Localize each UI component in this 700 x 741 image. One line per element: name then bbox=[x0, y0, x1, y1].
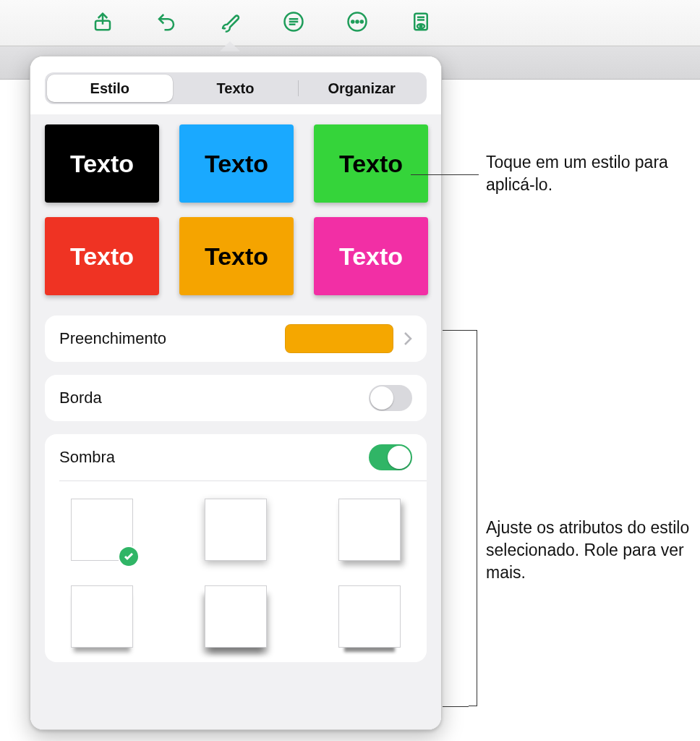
border-row: Borda bbox=[59, 375, 412, 421]
shadow-presets-grid bbox=[59, 481, 412, 648]
callout-line bbox=[411, 174, 479, 175]
top-toolbar bbox=[0, 0, 700, 46]
shadow-preset-2[interactable] bbox=[205, 499, 267, 561]
border-toggle[interactable] bbox=[369, 385, 412, 411]
callout-apply-style: Toque em um estilo para aplicá-lo. bbox=[486, 151, 688, 196]
inspector-tabs-wrap: Estilo Texto Organizar bbox=[30, 56, 441, 114]
format-button[interactable] bbox=[214, 7, 246, 39]
tab-text-label: Texto bbox=[217, 80, 255, 97]
selected-check-icon bbox=[118, 546, 140, 567]
style-panel-body[interactable]: Texto Texto Texto Texto Texto Texto Pree… bbox=[30, 114, 441, 729]
toggle-knob bbox=[370, 386, 393, 410]
callout-line bbox=[443, 706, 469, 707]
style-thumb-label: Texto bbox=[70, 150, 134, 178]
fill-color-swatch[interactable] bbox=[285, 324, 393, 353]
callout-bracket bbox=[469, 330, 477, 706]
style-thumb-label: Texto bbox=[339, 242, 403, 271]
border-card: Borda bbox=[45, 375, 427, 421]
border-label: Borda bbox=[59, 389, 369, 407]
svg-point-5 bbox=[361, 20, 363, 22]
more-icon bbox=[346, 11, 368, 35]
style-thumb-label: Texto bbox=[70, 242, 134, 271]
chevron-right-icon bbox=[404, 331, 412, 346]
shadow-label: Sombra bbox=[59, 448, 369, 467]
svg-point-3 bbox=[351, 20, 354, 22]
svg-point-4 bbox=[357, 20, 359, 22]
tab-style[interactable]: Estilo bbox=[47, 75, 173, 102]
shadow-toggle[interactable] bbox=[369, 444, 412, 470]
tab-arrange-label: Organizar bbox=[328, 80, 396, 97]
share-icon bbox=[92, 11, 114, 35]
style-preset-blue[interactable]: Texto bbox=[179, 124, 294, 203]
toggle-knob bbox=[388, 446, 411, 469]
svg-point-8 bbox=[420, 25, 422, 27]
shadow-card: Sombra bbox=[45, 434, 427, 662]
style-presets-grid: Texto Texto Texto Texto Texto Texto bbox=[45, 124, 427, 295]
paragraph-button[interactable] bbox=[278, 7, 310, 39]
callout-adjust-attrs: Ajuste os atributos do estilo selecionad… bbox=[486, 517, 696, 584]
document-eye-icon bbox=[410, 11, 432, 35]
undo-icon bbox=[155, 11, 177, 35]
format-inspector-popover: Estilo Texto Organizar Texto Texto Texto bbox=[30, 56, 442, 730]
popover-arrow bbox=[220, 41, 240, 51]
fill-card: Preenchimento bbox=[45, 316, 427, 362]
shadow-preset-5[interactable] bbox=[205, 585, 267, 648]
presenter-notes-button[interactable] bbox=[405, 7, 437, 39]
share-button[interactable] bbox=[87, 7, 119, 39]
shadow-preset-1[interactable] bbox=[71, 499, 133, 561]
callout-line bbox=[443, 330, 469, 331]
tab-style-label: Estilo bbox=[90, 80, 129, 97]
style-thumb-label: Texto bbox=[205, 242, 268, 271]
tab-arrange[interactable]: Organizar bbox=[299, 75, 424, 102]
style-preset-orange[interactable]: Texto bbox=[179, 217, 294, 295]
undo-button[interactable] bbox=[150, 7, 182, 39]
shadow-row: Sombra bbox=[59, 434, 412, 480]
style-preset-red[interactable]: Texto bbox=[45, 217, 159, 295]
shadow-preset-6[interactable] bbox=[338, 585, 401, 648]
more-button[interactable] bbox=[341, 7, 373, 39]
style-preset-green[interactable]: Texto bbox=[314, 124, 428, 203]
style-thumb-label: Texto bbox=[339, 150, 403, 178]
paintbrush-icon bbox=[219, 11, 241, 35]
style-preset-pink[interactable]: Texto bbox=[314, 217, 428, 295]
style-thumb-label: Texto bbox=[205, 150, 268, 178]
paragraph-icon bbox=[283, 11, 304, 35]
tab-text[interactable]: Texto bbox=[173, 75, 299, 102]
inspector-tabs: Estilo Texto Organizar bbox=[45, 72, 427, 104]
shadow-preset-4[interactable] bbox=[71, 585, 133, 648]
shadow-preset-3[interactable] bbox=[338, 499, 401, 561]
style-preset-black[interactable]: Texto bbox=[45, 124, 159, 203]
fill-row[interactable]: Preenchimento bbox=[59, 316, 412, 362]
fill-label: Preenchimento bbox=[59, 329, 285, 348]
